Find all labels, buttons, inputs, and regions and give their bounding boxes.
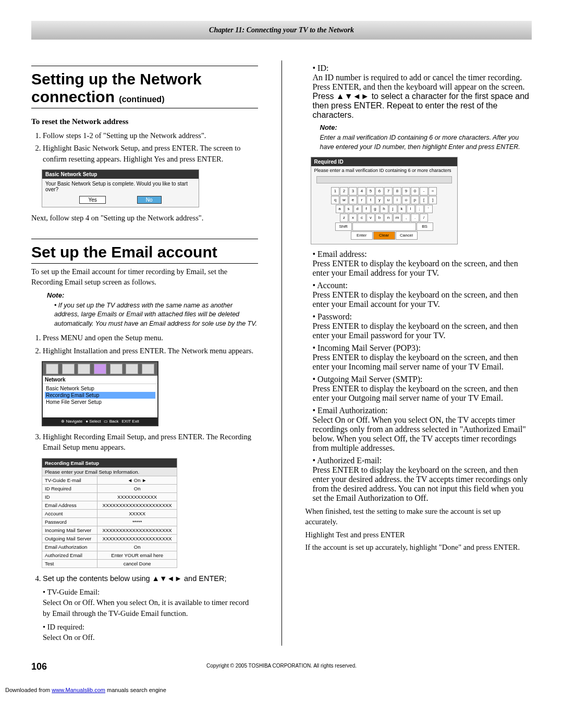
email-note: • If you set up the TV address with the … [54,301,258,329]
kb-key[interactable]: ' [424,205,433,213]
kb-key[interactable]: v [366,214,375,222]
kb-key[interactable]: ; [415,205,424,213]
kb-key[interactable]: . [411,214,419,222]
note-label: Note: [47,291,258,300]
kb-cancel[interactable]: Cancel [396,231,418,240]
kb-key[interactable]: [ [420,196,428,204]
kb-key[interactable]: o [402,196,410,204]
kb-key[interactable]: q [331,196,339,204]
finish-1: When finished, test the setting to make … [305,506,532,527]
menu-item-recording[interactable]: Recording Email Setup [45,392,155,399]
kb-key[interactable]: b [375,214,384,222]
kb-key[interactable]: 8 [393,187,401,195]
kb-shift[interactable]: Shift [335,223,352,231]
kb-key[interactable]: / [420,214,428,222]
kb-key[interactable]: 1 [331,187,339,195]
id-note-label: Note: [320,123,532,132]
kb-key[interactable]: y [375,196,384,204]
kb-key[interactable]: k [398,205,406,213]
kb-key[interactable]: t [366,196,375,204]
kb-key[interactable]: 5 [366,187,375,195]
kb-clear[interactable]: Clear [373,231,395,240]
chapter-header: Chapter 11: Connecting your TV to the Ne… [31,21,532,40]
menu-icon-bar [43,362,157,376]
kb-key[interactable]: 0 [411,187,419,195]
kb-message: Please enter a mail verification ID cont… [311,166,457,175]
kb-key[interactable]: 3 [349,187,357,195]
heading-email-account: Set up the Email account [31,239,258,264]
kb-key[interactable]: a [336,205,344,213]
kb-space[interactable] [352,223,416,231]
recording-email-setup-table: Recording Email Setup Please enter your … [42,458,177,568]
column-divider [282,60,282,646]
kb-input-field[interactable] [316,176,452,183]
kb-key[interactable]: w [340,196,348,204]
kb-key[interactable]: p [411,196,419,204]
menu-title: Network [43,376,157,384]
menu-item-homefile[interactable]: Home File Server Setup [45,399,155,405]
manualslib-link[interactable]: www.Manualslib.com [52,687,105,693]
kb-key[interactable]: g [371,205,380,213]
email-step-2: Highlight Installation and press ENTER. … [43,346,258,356]
reset-heading: To reset the Network address [31,116,258,127]
kb-key[interactable]: e [349,196,357,204]
copyright: Copyright © 2005 TOSHIBA CORPORATION. Al… [31,663,532,669]
kb-bs[interactable]: BS [417,223,433,231]
kb-key[interactable]: = [429,187,437,195]
kb-key[interactable]: - [420,187,428,195]
yes-button[interactable]: Yes [79,196,105,204]
download-footer: Downloaded from www.Manualslib.com manua… [0,687,563,693]
setup-title: Recording Email Setup [42,458,177,467]
no-button[interactable]: No [137,196,162,204]
reset-steps: Follow steps 1-2 of "Setting up the Netw… [31,130,258,164]
heading-network-setup: Setting up the Network connection (conti… [31,66,258,108]
kb-key[interactable]: r [358,196,366,204]
kb-key[interactable]: d [353,205,362,213]
kb-key[interactable]: i [393,196,401,204]
kb-row-1: 1234567890-= [331,187,437,195]
kb-key[interactable]: h [380,205,388,213]
kb-key[interactable]: u [384,196,393,204]
kb-key[interactable]: ] [429,196,437,204]
kb-row-3: asdfghjkl;' [336,205,433,213]
setup-subtitle: Please enter your Email Setup Informatio… [42,467,177,476]
finish-2: Highlight Test and press ENTER [305,529,532,540]
kb-key[interactable]: 6 [375,187,384,195]
kb-key[interactable]: , [402,214,410,222]
kb-key[interactable]: n [384,214,393,222]
id-note-body: Enter a mail verification ID containing … [320,133,532,152]
kb-key[interactable]: l [407,205,415,213]
kb-key[interactable]: f [362,205,371,213]
page: Chapter 11: Connecting your TV to the Ne… [0,0,563,679]
after-dialog-text: Next, follow step 4 on "Setting up the N… [31,213,258,223]
keyboard-dialog: Required ID Please enter a mail verifica… [311,157,458,244]
kb-enter[interactable]: Enter [351,231,373,240]
email-steps-cont: Highlight Recording Email Setup, and pre… [31,431,258,453]
email-intro: To set up the Email account for timer re… [31,266,258,288]
kb-key[interactable]: m [393,214,401,222]
left-column: Setting up the Network connection (conti… [31,60,258,646]
dialog-title: Basic Network Setup [42,170,199,179]
menu-footer: ⊕ Navigate● Select▭ BackEXIT Exit [43,417,157,425]
kb-key[interactable]: j [389,205,397,213]
kb-key[interactable]: 7 [384,187,393,195]
reset-step-1: Follow steps 1-2 of "Setting up the Netw… [43,130,258,141]
email-steps-4: Set up the contents below using ▲▼◄► and… [31,573,258,643]
kb-row-4: zxcvbnm,./ [340,214,428,222]
email-step-4: Set up the contents below using ▲▼◄► and… [43,573,258,643]
kb-key[interactable]: 4 [358,187,366,195]
kb-key[interactable]: 9 [402,187,410,195]
reset-step-2: Highlight Basic Network Setup, and press… [43,143,258,164]
kb-key[interactable]: z [340,214,348,222]
menu-item-basic[interactable]: Basic Network Setup [45,385,155,392]
kb-key[interactable]: 2 [340,187,348,195]
kb-key[interactable]: c [358,214,366,222]
basic-network-dialog: Basic Network Setup Your Basic Network S… [42,169,199,207]
kb-key[interactable]: x [349,214,357,222]
network-menu: Network Basic Network Setup Recording Em… [42,361,158,426]
kb-keys: 1234567890-= qwertyuiop[] asdfghjkl;' zx… [311,185,457,244]
email-steps: Press MENU and open the Setup menu. High… [31,332,258,356]
kb-key[interactable]: s [345,205,353,213]
kb-title: Required ID [311,157,457,166]
right-column: • ID: An ID number is required to add or… [305,60,532,646]
